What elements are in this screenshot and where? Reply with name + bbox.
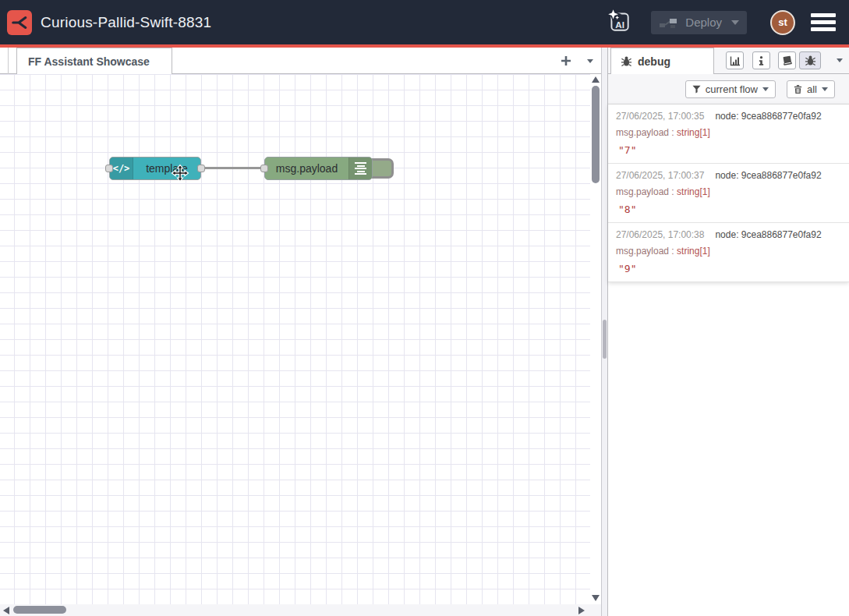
debug-message[interactable]: 27/06/2025, 17:00:38 node: 9cea886877e0f…: [608, 223, 849, 282]
tabstrip-edge: [8, 48, 9, 74]
canvas-horizontal-scrollbar[interactable]: [0, 604, 601, 616]
help-panel-button[interactable]: [778, 51, 796, 69]
sidebar-tab-bar: debug: [608, 48, 849, 74]
debug-icon-region: [348, 158, 372, 179]
header-actions: AI Deploy st: [606, 8, 849, 37]
tab-actions: [561, 48, 593, 74]
debug-message[interactable]: 27/06/2025, 17:00:35 node: 9cea886877e0f…: [608, 104, 849, 164]
message-type: string[1]: [677, 127, 710, 138]
debug-tab-label: debug: [638, 55, 670, 68]
bar-chart-icon: [730, 55, 741, 66]
chevron-down-icon: [587, 59, 593, 63]
debug-filter-button[interactable]: current flow: [685, 80, 776, 98]
message-timestamp: 27/06/2025, 17:00:38: [616, 229, 704, 240]
console-lines-icon: [355, 161, 366, 176]
node-red-editor: Curious-Pallid-Swift-8831 AI Deploy: [0, 0, 849, 616]
splitter-drag-handle[interactable]: [603, 320, 607, 359]
deploy-nodes-icon: [659, 16, 677, 29]
scroll-down-arrow-icon[interactable]: [592, 595, 600, 601]
book-icon: [781, 55, 793, 66]
flow-tab-label: FF Assistant Showcase: [28, 55, 150, 68]
deploy-chevron-down-icon[interactable]: [731, 20, 739, 25]
deploy-label: Deploy: [685, 16, 722, 29]
message-property: msg.payload :: [616, 186, 677, 197]
deploy-button[interactable]: Deploy: [651, 11, 747, 34]
flow-canvas[interactable]: </> template msg.payload: [0, 74, 590, 604]
debug-clear-button[interactable]: all: [787, 80, 835, 98]
sidebar: debug: [608, 48, 849, 616]
debug-message-list: 27/06/2025, 17:00:35 node: 9cea886877e0f…: [608, 104, 849, 282]
bug-icon: [621, 55, 632, 67]
user-avatar[interactable]: st: [770, 10, 795, 35]
sidebar-menu-chevron-icon[interactable]: [837, 58, 843, 62]
tab-ff-assistant-showcase[interactable]: FF Assistant Showcase: [16, 48, 172, 74]
info-icon: [759, 55, 764, 66]
scroll-left-arrow-icon[interactable]: [3, 607, 9, 614]
clear-label: all: [807, 83, 817, 95]
filter-funnel-icon: [692, 85, 701, 94]
ai-icon-label: AI: [616, 19, 625, 30]
main-area: FF Assistant Showcase: [0, 48, 849, 616]
ai-assistant-button[interactable]: AI: [606, 8, 632, 37]
sidebar-splitter[interactable]: [601, 48, 608, 616]
instance-title: Curious-Pallid-Swift-8831: [41, 14, 211, 31]
template-icon-region: </>: [110, 158, 133, 179]
chevron-down-icon: [822, 87, 828, 91]
workspace: FF Assistant Showcase: [0, 48, 601, 616]
code-icon: </>: [113, 163, 130, 174]
scroll-right-arrow-icon[interactable]: [578, 607, 585, 614]
header: Curious-Pallid-Swift-8831 AI Deploy: [0, 0, 849, 44]
message-type: string[1]: [677, 246, 710, 257]
scroll-up-arrow-icon[interactable]: [592, 76, 600, 83]
node-label: msg.payload: [265, 162, 348, 175]
debug-input-port[interactable]: [260, 165, 268, 172]
debug-toolbar: current flow all: [608, 74, 849, 104]
template-output-port[interactable]: [197, 165, 205, 172]
vertical-scroll-thumb[interactable]: [592, 86, 600, 183]
bug-icon: [805, 55, 816, 66]
filter-label: current flow: [706, 83, 758, 95]
message-type: string[1]: [677, 186, 710, 197]
horizontal-scroll-thumb[interactable]: [13, 606, 66, 614]
node-label: template: [133, 162, 200, 175]
message-node-id: node: 9cea886877e0fa92: [715, 229, 821, 240]
message-node-id: node: 9cea886877e0fa92: [715, 111, 821, 122]
main-menu-button[interactable]: [811, 10, 836, 34]
node-template[interactable]: </> template: [109, 157, 201, 180]
canvas-vertical-scrollbar[interactable]: [590, 74, 601, 604]
tab-debug[interactable]: debug: [610, 48, 714, 74]
template-input-port[interactable]: [105, 165, 113, 172]
message-timestamp: 27/06/2025, 17:00:37: [616, 170, 704, 181]
app-logo-icon[interactable]: [7, 10, 32, 35]
debug-message[interactable]: 27/06/2025, 17:00:37 node: 9cea886877e0f…: [608, 164, 849, 223]
trash-icon: [794, 84, 802, 94]
hamburger-icon: [811, 13, 836, 17]
flow-tab-bar: FF Assistant Showcase: [0, 48, 601, 74]
message-value: "7": [616, 144, 841, 156]
debug-panel-button[interactable]: [799, 51, 821, 69]
add-flow-button[interactable]: [561, 55, 571, 66]
flow-list-button[interactable]: [587, 59, 593, 63]
message-property: msg.payload :: [616, 127, 677, 138]
message-value: "9": [616, 263, 841, 274]
message-timestamp: 27/06/2025, 17:00:35: [616, 111, 704, 122]
plus-icon: [561, 55, 571, 66]
chevron-down-icon: [762, 87, 769, 91]
message-value: "8": [616, 204, 841, 215]
branch-icon: [11, 14, 28, 31]
wire-template-to-debug[interactable]: [201, 167, 268, 169]
message-property: msg.payload :: [616, 246, 677, 257]
message-node-id: node: 9cea886877e0fa92: [715, 170, 821, 181]
info-panel-button[interactable]: [752, 51, 770, 69]
node-msg-payload-debug[interactable]: msg.payload: [264, 157, 373, 180]
dashboard-panel-button[interactable]: [726, 51, 744, 69]
